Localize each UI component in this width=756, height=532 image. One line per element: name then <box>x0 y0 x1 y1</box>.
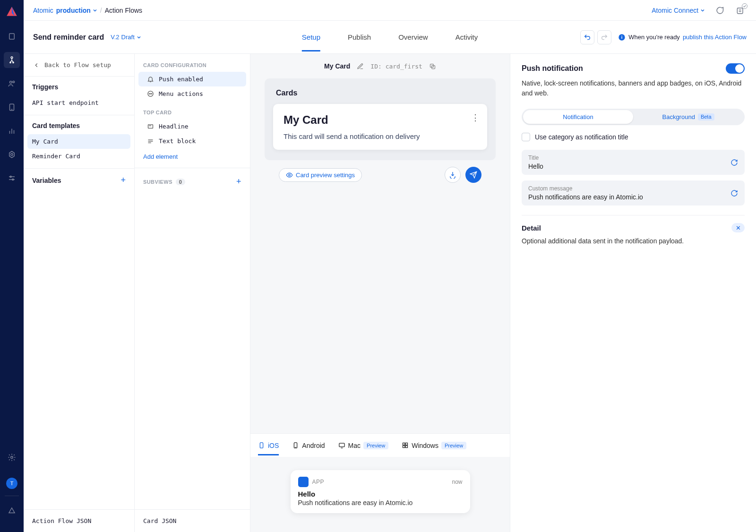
add-variable-button[interactable]: + <box>120 175 126 185</box>
platform-mac[interactable]: Mac Preview <box>338 436 389 455</box>
message-label: Custom message <box>528 185 730 192</box>
download-button[interactable] <box>445 167 461 183</box>
cards-heading: Cards <box>273 89 487 97</box>
info-icon: i <box>618 34 626 41</box>
rail-item-1[interactable] <box>4 28 20 44</box>
cfg-push-enabled[interactable]: Push enabled <box>138 72 246 86</box>
rail-item-analytics[interactable] <box>4 123 20 139</box>
desktop-icon <box>338 442 345 449</box>
svg-rect-0 <box>9 34 15 39</box>
svg-point-27 <box>151 94 152 94</box>
card-preview-settings[interactable]: Card preview settings <box>279 168 362 182</box>
svg-point-26 <box>150 94 151 94</box>
tab-publish[interactable]: Publish <box>348 23 371 51</box>
svg-point-1 <box>11 57 13 59</box>
svg-marker-11 <box>9 151 15 158</box>
trigger-item[interactable]: API start endpoint <box>27 95 130 110</box>
svg-rect-39 <box>339 443 344 447</box>
notification-card: APP now Hello Push notifications are eas… <box>291 470 470 513</box>
detail-close[interactable]: ✕ <box>731 223 745 232</box>
copy-icon[interactable] <box>429 63 436 70</box>
svg-rect-36 <box>260 443 263 448</box>
card-json-link[interactable]: Card JSON <box>135 509 250 532</box>
detail-heading: Detail <box>522 224 541 232</box>
rail-item-config[interactable] <box>4 146 20 163</box>
chat-icon[interactable] <box>713 4 726 17</box>
use-category-row[interactable]: Use category as notification title <box>522 133 745 141</box>
element-headline[interactable]: Headline <box>138 119 246 134</box>
connect-link[interactable]: Atomic Connect <box>652 7 705 14</box>
platform-windows[interactable]: Windows Preview <box>402 436 466 455</box>
platform-android[interactable]: Android <box>292 436 325 455</box>
env-selector[interactable]: production <box>56 7 97 14</box>
arrow-left-icon <box>33 62 40 69</box>
rail-item-users[interactable] <box>4 76 20 92</box>
seg-background[interactable]: Background Beta <box>633 110 743 124</box>
undo-button[interactable] <box>580 30 594 44</box>
topbar: Atomic production / Action Flows Atomic … <box>24 0 756 21</box>
svg-point-5 <box>13 81 15 83</box>
use-category-checkbox[interactable] <box>522 133 530 141</box>
org-link[interactable]: Atomic <box>33 7 53 14</box>
svg-point-4 <box>10 81 12 84</box>
template-item-reminder-card[interactable]: Reminder Card <box>27 149 130 163</box>
notification-preview: APP now Hello Push notifications are eas… <box>250 457 510 532</box>
svg-rect-43 <box>403 446 405 447</box>
rail-item-flows[interactable] <box>4 52 20 68</box>
menu-icon <box>147 90 154 97</box>
edit-icon[interactable] <box>357 63 364 70</box>
title-value: Hello <box>528 163 730 170</box>
card-preview[interactable]: ⋮ My Card This card will send a notifica… <box>273 104 487 150</box>
card-id: ID: card_first <box>370 63 422 70</box>
rail-item-bottom[interactable] <box>4 503 20 519</box>
card-container: Cards ⋮ My Card This card will send a no… <box>265 78 496 160</box>
tasks-icon[interactable] <box>734 4 747 17</box>
rail-item-settings-sliders[interactable] <box>4 170 20 186</box>
redo-button[interactable] <box>597 30 611 44</box>
tab-activity[interactable]: Activity <box>455 23 478 51</box>
card-kebab-menu[interactable]: ⋮ <box>471 112 480 123</box>
svg-rect-42 <box>405 443 407 445</box>
svg-rect-44 <box>405 446 407 447</box>
user-avatar[interactable]: T <box>6 478 17 489</box>
gear-icon[interactable] <box>4 449 20 465</box>
platform-ios[interactable]: iOS <box>258 436 279 455</box>
message-value: Push notifications are easy in Atomic.io <box>528 193 730 201</box>
breadcrumb: Atomic production / Action Flows <box>33 7 142 14</box>
use-category-label: Use category as notification title <box>535 133 628 141</box>
cfg-menu-actions[interactable]: Menu actions <box>138 86 246 101</box>
windows-icon <box>402 442 409 449</box>
templates-heading: Card templates <box>32 122 126 129</box>
message-field[interactable]: Custom message Push notifications are ea… <box>522 180 745 206</box>
preview-badge: Preview <box>441 442 466 449</box>
flow-title: Send reminder card <box>33 33 104 42</box>
refresh-icon[interactable] <box>730 159 738 166</box>
title-field[interactable]: Title Hello <box>522 150 745 175</box>
card-config-label: CARD CONFIGURATION <box>135 54 250 72</box>
rail-item-devices[interactable] <box>4 99 20 115</box>
version-selector[interactable]: V.2 Draft <box>111 34 141 41</box>
title-label: Title <box>528 154 730 161</box>
variables-heading[interactable]: Variables + <box>32 175 126 185</box>
template-item-my-card[interactable]: My Card <box>27 134 130 149</box>
refresh-icon[interactable] <box>730 189 738 197</box>
tab-setup[interactable]: Setup <box>302 23 320 51</box>
seg-notification[interactable]: Notification <box>523 110 633 124</box>
add-element-link[interactable]: Add element <box>135 148 250 165</box>
add-subview-button[interactable]: + <box>236 177 241 187</box>
send-button[interactable] <box>465 167 481 183</box>
rail-divider <box>5 496 19 496</box>
subviews-count: 0 <box>176 179 186 185</box>
element-text-block[interactable]: Text block <box>138 134 246 148</box>
back-to-flow-setup[interactable]: Back to Flow setup <box>24 54 134 77</box>
panel-title: Push notification <box>522 64 583 73</box>
push-toggle[interactable] <box>726 63 745 74</box>
headline-icon <box>147 123 154 130</box>
nav-rail: T <box>0 0 24 532</box>
svg-point-2 <box>10 62 11 63</box>
action-flow-json-link[interactable]: Action Flow JSON <box>24 509 134 532</box>
publish-link[interactable]: publish this Action Flow <box>683 34 747 41</box>
tab-overview[interactable]: Overview <box>398 23 428 51</box>
card-text: This card will send a notification on de… <box>284 132 477 140</box>
logo[interactable] <box>6 6 18 18</box>
